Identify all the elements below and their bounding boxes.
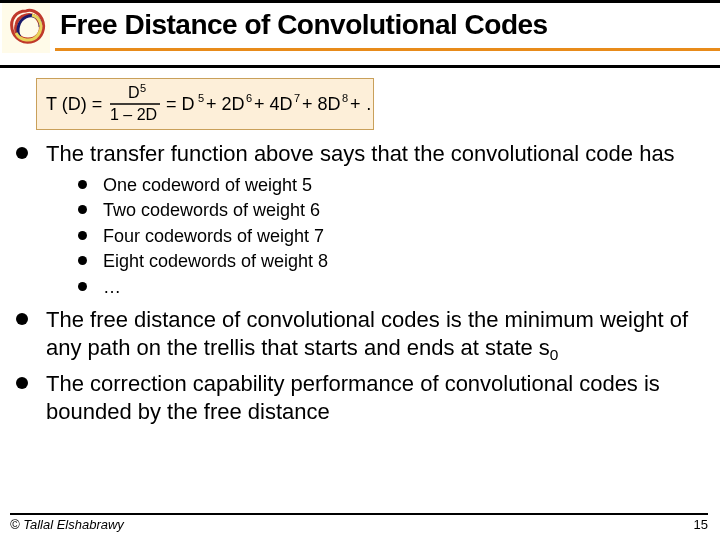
header-divider xyxy=(0,65,720,68)
svg-text:= D: = D xyxy=(166,94,195,114)
bullet-text: The free distance of convolutional codes… xyxy=(46,306,700,364)
sub-bullet-item: Eight codewords of weight 8 xyxy=(78,250,700,273)
bullet-text: The correction capability performance of… xyxy=(46,370,700,425)
svg-text:T (D) =: T (D) = xyxy=(46,94,102,114)
bullet-icon xyxy=(16,377,28,389)
sub-bullet-text: Two codewords of weight 6 xyxy=(103,199,320,222)
sub-bullet-item: One codeword of weight 5 xyxy=(78,174,700,197)
sub-bullet-item: Four codewords of weight 7 xyxy=(78,225,700,248)
slide-footer: © Tallal Elshabrawy 15 xyxy=(10,513,708,532)
svg-text:D: D xyxy=(128,84,140,101)
svg-text:+ 8D: + 8D xyxy=(302,94,341,114)
page-number: 15 xyxy=(694,517,708,532)
svg-text:1 – 2D: 1 – 2D xyxy=(110,106,157,123)
bullet-icon xyxy=(16,147,28,159)
sub-bullet-text: Four codewords of weight 7 xyxy=(103,225,324,248)
subscript-zero: 0 xyxy=(550,346,559,363)
sub-bullet-text: … xyxy=(103,276,121,299)
svg-text:6: 6 xyxy=(246,92,252,104)
bullet-text-main: The free distance of convolutional codes… xyxy=(46,307,688,360)
bullet-icon xyxy=(78,180,87,189)
svg-text:+ 4D: + 4D xyxy=(254,94,293,114)
bullet-item: The free distance of convolutional codes… xyxy=(16,306,700,364)
bullet-icon xyxy=(16,313,28,325)
slide-title: Free Distance of Convolutional Codes xyxy=(60,9,548,41)
logo xyxy=(2,3,50,53)
bullet-item: The correction capability performance of… xyxy=(16,370,700,425)
bullet-icon xyxy=(78,231,87,240)
bullet-icon xyxy=(78,282,87,291)
content-area: The transfer function above says that th… xyxy=(16,140,700,429)
bullet-text: The transfer function above says that th… xyxy=(46,140,675,168)
bullet-icon xyxy=(78,205,87,214)
copyright-text: © Tallal Elshabrawy xyxy=(10,517,124,532)
sub-bullet-text: Eight codewords of weight 8 xyxy=(103,250,328,273)
bullet-item: The transfer function above says that th… xyxy=(16,140,700,168)
svg-text:8: 8 xyxy=(342,92,348,104)
sub-bullet-item: … xyxy=(78,276,700,299)
sub-bullet-item: Two codewords of weight 6 xyxy=(78,199,700,222)
transfer-function-formula: T (D) = D 5 1 – 2D = D 5 + 2D 6 + 4D 7 +… xyxy=(36,78,374,130)
accent-underline xyxy=(55,48,720,51)
slide-header: Free Distance of Convolutional Codes xyxy=(0,0,720,58)
svg-text:5: 5 xyxy=(140,82,146,94)
sublist: One codeword of weight 5 Two codewords o… xyxy=(78,174,700,299)
bullet-icon xyxy=(78,256,87,265)
svg-text:+ 2D: + 2D xyxy=(206,94,245,114)
sub-bullet-text: One codeword of weight 5 xyxy=(103,174,312,197)
svg-text:5: 5 xyxy=(198,92,204,104)
svg-text:+ …: + … xyxy=(350,94,370,114)
svg-text:7: 7 xyxy=(294,92,300,104)
